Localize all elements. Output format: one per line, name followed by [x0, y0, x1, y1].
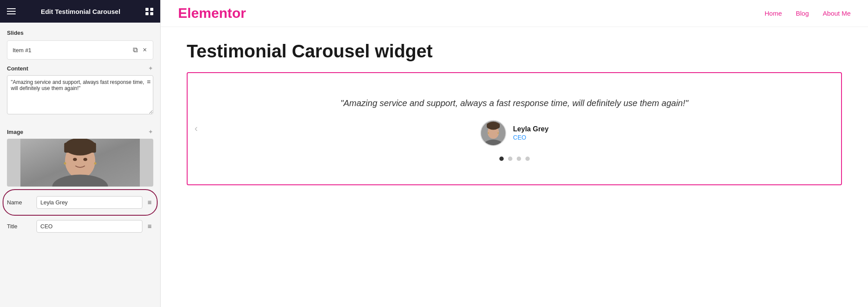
- carousel-prev-button[interactable]: ‹: [195, 123, 198, 134]
- dot-1[interactable]: [499, 157, 504, 161]
- name-field-icon-button[interactable]: ≡: [146, 198, 153, 207]
- site-logo: Elementor: [178, 5, 246, 21]
- image-options-button[interactable]: ✦: [148, 128, 153, 135]
- testimonial-text: "Amazing service and support, always a f…: [340, 97, 688, 110]
- name-field-container: Name ≡: [7, 193, 153, 212]
- carousel-dots: [499, 157, 530, 161]
- panel-header: Edit Testimonial Carousel: [0, 0, 160, 23]
- svg-point-8: [64, 162, 66, 165]
- main-content: Testimonial Carousel widget ‹ "Amazing s…: [161, 27, 868, 307]
- slide-item: Item #1 ⧉ ×: [7, 40, 153, 60]
- panel-title: Edit Testimonial Carousel: [41, 8, 120, 15]
- grid-icon[interactable]: [145, 8, 153, 15]
- content-textarea[interactable]: "Amazing service and support, always fas…: [7, 75, 153, 114]
- svg-point-9: [94, 162, 97, 165]
- title-label: Title: [7, 223, 33, 230]
- content-label: Content: [7, 65, 28, 72]
- page-title: Testimonial Carousel widget: [187, 41, 842, 62]
- site-header: Elementor Home Blog About Me: [161, 0, 868, 27]
- site-nav: Home Blog About Me: [765, 10, 851, 17]
- svg-rect-13: [487, 123, 500, 128]
- image-section-header: Image ✦: [7, 128, 153, 135]
- dot-3[interactable]: [517, 157, 521, 161]
- carousel-author: Leyla Grey CEO: [480, 120, 549, 146]
- right-area: Elementor Home Blog About Me Testimonial…: [161, 0, 868, 307]
- svg-point-6: [83, 158, 87, 161]
- title-row: Title ≡: [7, 217, 153, 236]
- dot-2[interactable]: [508, 157, 512, 161]
- panel-body: Slides Item #1 ⧉ × Content ✦ "Amazing se…: [0, 23, 160, 307]
- name-input[interactable]: [36, 196, 142, 209]
- nav-home[interactable]: Home: [765, 10, 782, 17]
- title-field-icon-button[interactable]: ≡: [146, 222, 153, 231]
- slide-item-label: Item #1: [13, 47, 31, 53]
- svg-point-15: [488, 133, 489, 134]
- carousel-widget: ‹ "Amazing service and support, always a…: [187, 72, 842, 185]
- author-name: Leyla Grey: [513, 125, 549, 133]
- copy-slide-button[interactable]: ⧉: [132, 45, 139, 55]
- slides-label: Slides: [7, 30, 153, 36]
- author-avatar: [480, 120, 506, 146]
- nav-blog[interactable]: Blog: [796, 10, 809, 17]
- svg-rect-4: [64, 143, 96, 153]
- author-info: Leyla Grey CEO: [513, 125, 549, 141]
- name-label: Name: [7, 199, 33, 206]
- dot-4[interactable]: [525, 157, 530, 161]
- svg-point-5: [73, 158, 77, 161]
- title-input[interactable]: [36, 220, 142, 233]
- image-preview[interactable]: [7, 139, 153, 187]
- content-options-button[interactable]: ✦: [148, 65, 153, 72]
- content-field-icon[interactable]: ≡: [147, 78, 151, 85]
- hamburger-icon[interactable]: [7, 8, 16, 14]
- name-row: Name ≡: [7, 193, 153, 212]
- content-section-header: Content ✦: [7, 65, 153, 72]
- slide-item-actions: ⧉ ×: [132, 45, 148, 55]
- svg-point-16: [497, 133, 498, 134]
- left-panel: Edit Testimonial Carousel Slides Item #1…: [0, 0, 161, 307]
- nav-about[interactable]: About Me: [823, 10, 851, 17]
- delete-slide-button[interactable]: ×: [142, 45, 148, 55]
- image-label: Image: [7, 129, 23, 135]
- author-title: CEO: [513, 134, 549, 141]
